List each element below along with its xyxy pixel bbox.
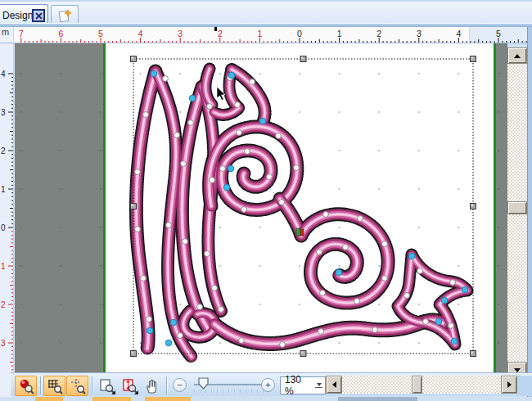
dropdown-underline [315, 387, 322, 388]
down-arrow-icon [514, 368, 521, 372]
combo-dropdown-button[interactable] [313, 377, 325, 394]
stitch-points-zoom-button[interactable] [15, 376, 37, 396]
grid-magnifier-icon [46, 377, 64, 395]
pan-button[interactable] [141, 376, 163, 396]
svg-text:0: 0 [1, 223, 6, 232]
tab-bar: Design1 [0, 0, 532, 23]
new-page-icon [57, 8, 72, 23]
svg-text:7: 7 [19, 29, 24, 38]
ruler-unit-label: m [0, 27, 14, 43]
svg-text:3: 3 [1, 339, 6, 348]
zoom-to-hoop-button[interactable] [118, 376, 140, 396]
lower-toolbar-sliver [0, 397, 532, 401]
svg-text:3: 3 [1, 108, 6, 117]
cutoff-button [145, 397, 191, 401]
svg-text:1: 1 [1, 185, 6, 194]
svg-text:2: 2 [1, 300, 6, 309]
horizontal-scrollbar-thumb[interactable] [412, 376, 422, 394]
svg-text:1: 1 [257, 29, 262, 38]
zoom-out-button[interactable]: − [173, 378, 187, 392]
toolbar-separator [92, 376, 92, 394]
right-arrow-icon [507, 381, 512, 388]
cutoff-button [92, 397, 131, 401]
scroll-left-button[interactable] [326, 376, 342, 394]
svg-text:2: 2 [218, 29, 223, 38]
svg-text:3: 3 [417, 29, 422, 38]
close-icon [35, 12, 43, 20]
svg-text:1: 1 [1, 262, 6, 271]
svg-text:1: 1 [337, 29, 342, 38]
svg-text:2: 2 [1, 146, 6, 155]
svg-text:4: 4 [456, 29, 461, 38]
dropdown-corner-icon [134, 390, 138, 394]
scroll-right-button[interactable] [501, 376, 517, 394]
window-right-frame [527, 27, 532, 401]
scrollbar-corner [517, 376, 532, 396]
svg-text:0: 0 [297, 29, 302, 38]
vertical-ruler-ticks: 43210123 [0, 43, 14, 401]
left-arrow-icon [332, 381, 336, 388]
scroll-up-button[interactable] [507, 47, 527, 64]
dropdown-arrow-icon [317, 383, 322, 386]
design-canvas[interactable] [15, 43, 507, 373]
cutoff-button [35, 397, 63, 401]
guides-zoom-button[interactable] [66, 376, 88, 396]
zoom-level-value: 130 % [281, 374, 313, 397]
cutoff-button [338, 397, 417, 401]
svg-text:5: 5 [496, 29, 501, 38]
embroidery-design[interactable] [15, 43, 507, 373]
svg-text:3: 3 [178, 29, 183, 38]
zoom-to-fit-button[interactable] [95, 376, 117, 396]
zoom-slider-thumb[interactable] [198, 377, 209, 390]
zoom-level-combobox[interactable]: 130 % [280, 376, 326, 394]
svg-text:4: 4 [1, 70, 6, 79]
close-tab-button[interactable] [32, 9, 45, 22]
svg-text:4: 4 [138, 29, 143, 38]
red-ball-magnifier-icon [17, 377, 35, 395]
dropdown-corner-icon [111, 390, 115, 394]
toolbar-separator [40, 376, 41, 394]
svg-text:5: 5 [98, 29, 103, 38]
up-arrow-icon [514, 54, 521, 58]
grid-zoom-button[interactable] [43, 376, 65, 396]
zoom-in-button[interactable]: + [261, 378, 275, 392]
svg-text:6: 6 [58, 29, 63, 38]
hand-icon [143, 377, 161, 395]
vertical-scrollbar-thumb[interactable] [507, 201, 527, 214]
horizontal-ruler: 7654321012345 [0, 27, 532, 43]
zoom-slider-ticks [194, 390, 273, 393]
toolbar-separator [166, 376, 167, 394]
application-window: Design1 7654321012345 m 43210123 [0, 0, 532, 401]
svg-text:2: 2 [376, 29, 381, 38]
vertical-ruler: 43210123 [0, 43, 14, 401]
dashed-guide-magnifier-icon [69, 377, 87, 395]
horizontal-ruler-ticks: 7654321012345 [0, 27, 532, 43]
